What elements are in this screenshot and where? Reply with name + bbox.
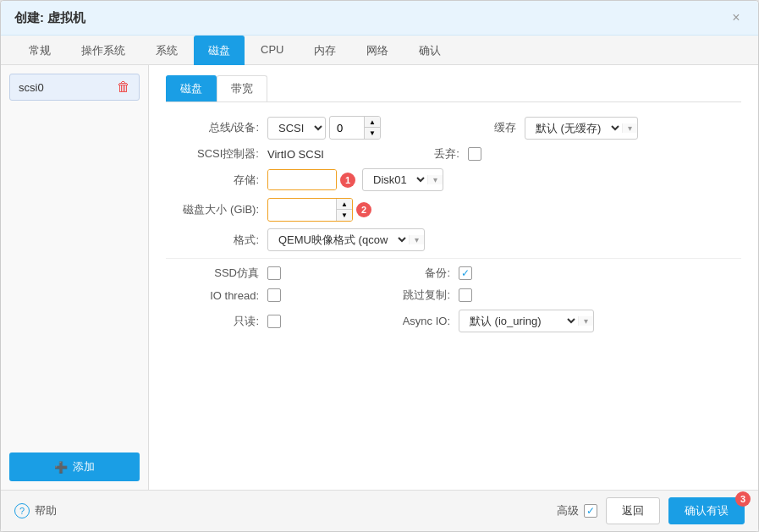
cache-select-wrap: 默认 (无缓存) ▾ <box>525 117 638 140</box>
cache-select[interactable]: 默认 (无缓存) <box>525 118 622 139</box>
ssd-label: SSD仿真 <box>166 266 259 281</box>
disk-size-wrap: 300 ▲ ▼ <box>267 198 353 222</box>
io-thread-label: IO thread: <box>166 289 259 302</box>
scsi-ctrl-row: SCSI控制器: VirtIO SCSI 丢弃: <box>166 146 741 162</box>
bus-control: SCSI ▲ ▼ <box>267 116 381 140</box>
dialog-title: 创建: 虚拟机 <box>14 10 85 26</box>
discard-checkbox[interactable] <box>468 147 481 161</box>
async-io-select[interactable]: 默认 (io_uring) <box>459 310 578 332</box>
tab-general[interactable]: 常规 <box>14 36 65 65</box>
io-skiprepl-row: IO thread: 跳过复制: <box>166 288 741 303</box>
format-label: 格式: <box>166 233 259 248</box>
right-panel: 磁盘 带宽 总线/设备: SCSI ▲ <box>149 65 758 490</box>
scsi-ctrl-label: SCSI控制器: <box>166 146 259 162</box>
bus-select[interactable]: SCSI <box>268 118 325 139</box>
section-divider <box>166 258 741 259</box>
back-button[interactable]: 返回 <box>606 497 660 524</box>
next-label: 确认有误 <box>685 503 729 518</box>
io-thread-checkbox[interactable] <box>267 288 281 302</box>
skip-repl-label: 跳过复制: <box>357 288 450 303</box>
async-io-label: Async IO: <box>357 315 450 327</box>
device-num-up[interactable]: ▲ <box>365 117 380 128</box>
readonly-checkbox[interactable] <box>267 315 281 328</box>
tab-bar: 常规 操作系统 系统 磁盘 CPU 内存 网络 确认 <box>1 36 758 65</box>
disk-size-spinner: ▲ ▼ <box>336 199 352 221</box>
tab-os[interactable]: 操作系统 <box>67 36 140 65</box>
storage-input-wrap: Disk01 <box>267 169 337 190</box>
device-num-down[interactable]: ▼ <box>365 128 380 139</box>
storage-label: 存储: <box>166 173 259 188</box>
inner-tab-bar: 磁盘 带宽 <box>166 75 741 102</box>
help-icon: ? <box>14 503 30 518</box>
format-select[interactable]: QEMU映像格式 (qcow <box>268 229 409 250</box>
bus-label: 总线/设备: <box>166 120 259 135</box>
dialog-header: 创建: 虚拟机 × <box>1 1 758 36</box>
tab-disk[interactable]: 磁盘 <box>194 36 245 65</box>
backup-checkbox[interactable]: ✓ <box>459 266 472 280</box>
bus-device-row: 总线/设备: SCSI ▲ ▼ 缓存 <box>166 116 741 140</box>
async-io-select-wrap: 默认 (io_uring) ▾ <box>459 310 594 332</box>
cache-select-arrow: ▾ <box>622 123 637 133</box>
format-row: 格式: QEMU映像格式 (qcow ▾ <box>166 228 741 251</box>
storage-select-wrap: Disk01 ▾ <box>362 168 443 191</box>
tab-cpu[interactable]: CPU <box>246 36 298 65</box>
disk-size-input[interactable]: 300 <box>268 200 336 220</box>
scsi-ctrl-value: VirtIO SCSI <box>267 148 324 161</box>
device-num-input[interactable] <box>330 118 364 138</box>
backup-label: 备份: <box>357 266 450 281</box>
disk-delete-icon[interactable]: 🗑 <box>117 80 130 95</box>
skip-repl-checkbox[interactable] <box>459 288 472 302</box>
dialog-body: scsi0 🗑 ➕ 添加 磁盘 带宽 总线/设备: <box>1 65 758 490</box>
storage-input[interactable]: Disk01 <box>268 170 336 189</box>
tab-memory[interactable]: 内存 <box>300 36 350 65</box>
advanced-label: 高级 <box>557 503 579 518</box>
next-badge: 3 <box>735 491 751 507</box>
disk-size-row: 磁盘大小 (GiB): 300 ▲ ▼ 2 <box>166 198 741 222</box>
footer-actions: 高级 ✓ 返回 确认有误 3 <box>557 497 745 524</box>
storage-select[interactable]: Disk01 <box>363 169 427 190</box>
add-disk-button[interactable]: ➕ 添加 <box>9 452 140 481</box>
storage-badge: 1 <box>340 173 355 188</box>
format-arrow: ▾ <box>409 235 424 244</box>
help-label: 帮助 <box>35 503 57 518</box>
disk-size-down[interactable]: ▼ <box>337 210 352 221</box>
left-panel: scsi0 🗑 ➕ 添加 <box>1 65 149 490</box>
inner-tab-bandwidth[interactable]: 带宽 <box>217 75 267 101</box>
inner-tab-disk[interactable]: 磁盘 <box>166 75 217 101</box>
tab-confirm[interactable]: 确认 <box>404 36 455 65</box>
help-section[interactable]: ? 帮助 <box>14 503 57 518</box>
ssd-checkbox[interactable] <box>267 266 281 280</box>
add-button-label: 添加 <box>73 459 95 474</box>
ssd-backup-row: SSD仿真 备份: ✓ <box>166 266 741 281</box>
bus-select-wrap: SCSI <box>267 117 326 140</box>
disk-list-item[interactable]: scsi0 🗑 <box>9 74 140 101</box>
discard-label: 丢弃: <box>366 146 459 162</box>
cache-label: 缓存 <box>423 120 516 135</box>
storage-row: 存储: Disk01 1 Disk01 ▾ <box>166 168 741 191</box>
advanced-checkbox[interactable]: ✓ <box>584 504 597 518</box>
tab-system[interactable]: 系统 <box>141 36 192 65</box>
readonly-async-row: 只读: Async IO: 默认 (io_uring) ▾ <box>166 310 741 332</box>
disk-size-control: 300 ▲ ▼ 2 <box>267 198 371 222</box>
device-num-wrap: ▲ ▼ <box>329 116 381 140</box>
async-io-arrow: ▾ <box>578 316 593 326</box>
close-button[interactable]: × <box>728 9 745 26</box>
disk-size-label: 磁盘大小 (GiB): <box>166 202 259 217</box>
dialog-footer: ? 帮助 高级 ✓ 返回 确认有误 3 <box>1 490 758 531</box>
confirm-button[interactable]: 确认有误 3 <box>668 497 745 524</box>
readonly-label: 只读: <box>166 314 259 329</box>
format-select-wrap: QEMU映像格式 (qcow ▾ <box>267 228 425 251</box>
storage-arrow: ▾ <box>427 175 443 184</box>
advanced-row: 高级 ✓ <box>557 503 597 518</box>
tab-network[interactable]: 网络 <box>352 36 403 65</box>
disk-size-badge: 2 <box>356 202 371 217</box>
add-icon: ➕ <box>54 461 68 474</box>
disk-size-up[interactable]: ▲ <box>337 199 352 210</box>
disk-item-label: scsi0 <box>19 81 44 94</box>
create-vm-dialog: 创建: 虚拟机 × 常规 操作系统 系统 磁盘 CPU 内存 网络 确认 scs… <box>0 0 759 532</box>
device-num-spinner: ▲ ▼ <box>364 117 380 139</box>
storage-control: Disk01 1 Disk01 ▾ <box>267 168 443 191</box>
